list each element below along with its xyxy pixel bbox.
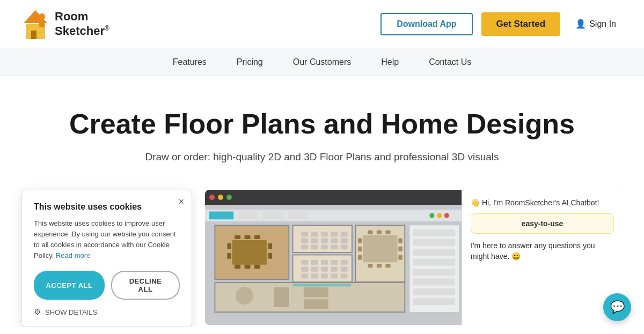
svg-rect-64	[398, 247, 402, 251]
svg-point-13	[429, 213, 434, 218]
nav-item-help[interactable]: Help	[366, 48, 414, 76]
cookie-close-button[interactable]: ×	[178, 197, 184, 206]
svg-rect-86	[293, 284, 351, 287]
svg-rect-35	[331, 238, 338, 243]
svg-rect-59	[363, 235, 397, 262]
download-app-button[interactable]: Download App	[380, 13, 472, 35]
svg-point-12	[437, 213, 442, 218]
svg-rect-15	[232, 240, 267, 265]
svg-rect-45	[321, 259, 328, 264]
main-nav: Features Pricing Our Customers Help Cont…	[0, 48, 644, 76]
floor-plan-content	[205, 205, 462, 325]
hero-subtitle: Draw or order: high-quality 2D and 3D Fl…	[11, 151, 633, 163]
svg-point-11	[444, 213, 449, 218]
svg-rect-75	[304, 287, 328, 297]
floor-plan-mockup	[205, 190, 462, 325]
accept-cookies-button[interactable]: ACCEPT ALL	[34, 271, 105, 300]
window-minimize-dot	[218, 195, 223, 200]
svg-rect-31	[341, 232, 348, 236]
svg-rect-52	[341, 266, 348, 271]
chat-icon: 💬	[610, 300, 625, 314]
read-more-link[interactable]: Read more	[56, 251, 90, 259]
nav-item-pricing[interactable]: Pricing	[222, 48, 278, 76]
svg-rect-21	[245, 235, 251, 239]
sign-in-button[interactable]: 👤 Sign In	[569, 14, 623, 33]
get-started-button[interactable]: Get Started	[481, 12, 561, 36]
svg-rect-43	[301, 259, 308, 264]
nav-item-contact[interactable]: Contact Us	[414, 48, 486, 76]
svg-rect-44	[311, 259, 318, 264]
svg-rect-51	[331, 266, 338, 271]
svg-rect-53	[301, 273, 308, 278]
svg-rect-46	[331, 259, 338, 264]
app-screenshot: 👋 Hi, I'm RoomSketcher's AI Chatbot! eas…	[205, 190, 623, 325]
svg-rect-81	[413, 259, 455, 266]
chat-panel: 👋 Hi, I'm RoomSketcher's AI Chatbot! eas…	[462, 190, 623, 325]
svg-rect-8	[239, 211, 259, 219]
svg-rect-41	[341, 244, 348, 249]
show-details-button[interactable]: ⚙ SHOW DETAILS	[34, 307, 97, 317]
chat-message: I'm here to answer any questions you mig…	[471, 240, 614, 262]
nav-item-customers[interactable]: Our Customers	[278, 48, 366, 76]
hero-section: Create Floor Plans and Home Designs Draw…	[0, 76, 644, 179]
svg-rect-23	[235, 265, 240, 269]
floor-plan-svg	[205, 205, 462, 323]
svg-rect-40	[331, 244, 338, 249]
cookie-buttons: ACCEPT ALL DECLINE ALL	[34, 271, 180, 300]
svg-rect-22	[254, 235, 260, 239]
logo[interactable]: Room Sketcher®	[21, 8, 109, 40]
hero-title: Create Floor Plans and Home Designs	[11, 108, 633, 140]
svg-rect-2	[31, 31, 36, 39]
svg-rect-84	[413, 288, 455, 295]
svg-rect-36	[341, 238, 348, 243]
site-header: Room Sketcher® Download App Get Started …	[0, 0, 644, 48]
svg-rect-61	[358, 247, 362, 251]
svg-rect-38	[311, 244, 318, 249]
svg-rect-63	[398, 238, 402, 243]
svg-rect-49	[311, 266, 318, 271]
svg-rect-78	[413, 229, 455, 236]
chat-greeting: 👋 Hi, I'm RoomSketcher's AI Chatbot!	[471, 198, 614, 207]
svg-rect-50	[321, 266, 328, 271]
svg-rect-74	[274, 287, 289, 307]
window-maximize-dot	[226, 195, 232, 200]
person-icon: 👤	[575, 19, 586, 29]
svg-rect-48	[301, 266, 308, 271]
svg-rect-30	[331, 232, 338, 236]
svg-rect-29	[321, 232, 328, 236]
svg-rect-80	[413, 249, 455, 256]
svg-rect-60	[358, 238, 362, 243]
svg-rect-9	[263, 211, 283, 219]
svg-rect-34	[321, 238, 328, 243]
svg-rect-32	[301, 238, 308, 243]
svg-rect-67	[377, 230, 382, 234]
svg-rect-70	[377, 264, 382, 268]
svg-rect-27	[301, 232, 308, 236]
svg-rect-10	[288, 211, 308, 219]
svg-rect-25	[254, 265, 260, 269]
svg-rect-18	[268, 243, 272, 249]
svg-point-3	[39, 13, 45, 20]
decline-cookies-button[interactable]: DECLINE ALL	[111, 271, 180, 300]
logo-icon	[21, 8, 49, 40]
svg-rect-85	[413, 298, 455, 305]
svg-rect-47	[341, 259, 348, 264]
svg-rect-28	[311, 232, 318, 236]
gear-icon: ⚙	[34, 307, 41, 317]
cookie-body: This website uses cookies to improve use…	[34, 218, 180, 262]
svg-point-73	[236, 287, 253, 305]
chatbot-fab-button[interactable]: 💬	[603, 293, 631, 321]
svg-rect-17	[227, 253, 231, 259]
svg-rect-68	[385, 230, 390, 234]
svg-rect-71	[385, 264, 390, 268]
svg-rect-56	[331, 273, 338, 278]
svg-rect-79	[413, 239, 455, 246]
cookie-title: This website uses cookies	[34, 202, 180, 212]
svg-rect-55	[321, 273, 328, 278]
svg-rect-24	[245, 265, 251, 269]
svg-rect-82	[413, 269, 455, 276]
svg-rect-65	[398, 255, 402, 259]
header-actions: Download App Get Started 👤 Sign In	[380, 12, 623, 36]
nav-item-features[interactable]: Features	[158, 48, 222, 76]
svg-rect-19	[268, 253, 272, 259]
